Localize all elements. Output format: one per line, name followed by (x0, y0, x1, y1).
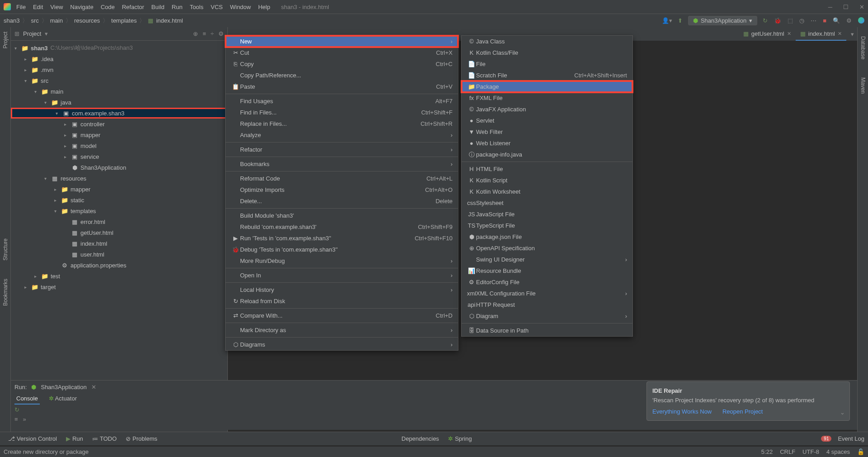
menu-item[interactable]: ⬡Diagrams› (226, 339, 458, 350)
tree-node[interactable]: ▾📁java (11, 97, 227, 108)
menu-item[interactable]: Rebuild 'com.example.shan3'Ctrl+Shift+F9 (226, 221, 458, 233)
tree-node[interactable]: ▦user.html (11, 249, 227, 260)
menu-item[interactable]: Optimize ImportsCtrl+Alt+O (226, 184, 458, 195)
menu-view[interactable]: View (50, 4, 63, 10)
tool-maven[interactable]: Maven (860, 77, 866, 94)
menu-code[interactable]: Code (101, 4, 115, 10)
menu-refactor[interactable]: Refactor (122, 4, 144, 10)
problems-button[interactable]: ⊘Problems (121, 435, 162, 442)
spring-button[interactable]: ✲Spring (443, 435, 476, 442)
tree-node[interactable]: ▸📁.idea (11, 53, 227, 64)
menu-item[interactable]: ⇄Compare With...Ctrl+D (226, 310, 458, 321)
tool-structure[interactable]: Structure (2, 238, 9, 261)
menu-item[interactable]: ▼Web Filter (462, 126, 632, 138)
actuator-tab[interactable]: ✲ Actuator (47, 393, 79, 405)
tool-project[interactable]: Project (2, 32, 9, 48)
menu-item[interactable]: Local History› (226, 284, 458, 295)
menu-item[interactable]: ©JavaFX Application (462, 104, 632, 115)
tree-node[interactable]: ▸📁mapper (11, 184, 227, 195)
tool-database[interactable]: Database (860, 36, 866, 59)
locate-icon[interactable]: ⊕ (193, 30, 198, 37)
menu-item[interactable]: Delete...Delete (226, 195, 458, 207)
menu-item[interactable]: xmlXML Configuration File› (462, 288, 632, 299)
tree-node[interactable]: ▸▣service (11, 151, 227, 162)
menu-item[interactable]: 🐞Debug 'Tests in 'com.example.shan3'' (226, 244, 458, 255)
menu-item[interactable]: Copy Path/Reference... (226, 70, 458, 81)
run-button[interactable]: ▶Run (61, 435, 88, 442)
menu-window[interactable]: Window (230, 4, 251, 10)
tree-node[interactable]: ⚙application.properties (11, 260, 227, 271)
menu-item[interactable]: Mark Directory as› (226, 324, 458, 336)
menu-item[interactable]: Bookmarks› (226, 158, 458, 170)
menu-item[interactable]: JSJavaScript File (462, 209, 632, 220)
breadcrumb-item[interactable]: resources (74, 17, 100, 24)
menu-item[interactable]: ⚙EditorConfig File (462, 276, 632, 288)
menu-item[interactable]: fxFXML File (462, 92, 632, 104)
menu-item[interactable]: ⓘpackage-info.java (462, 149, 632, 160)
menu-item[interactable]: TSTypeScript File (462, 220, 632, 231)
lock-icon[interactable]: 🔓 (857, 448, 864, 455)
run-config-selector[interactable]: ⬢ Shan3Application ▾ (688, 16, 757, 25)
menu-item[interactable]: Analyze› (226, 129, 458, 141)
menu-item[interactable]: ●Servlet (462, 115, 632, 126)
menu-item[interactable]: Open In› (226, 270, 458, 281)
tree-node[interactable]: ▸📁target (11, 281, 227, 292)
breadcrumb-item[interactable]: shan3 (4, 17, 19, 24)
menu-navigate[interactable]: Navigate (70, 4, 93, 10)
menu-item[interactable]: 📊Resource Bundle (462, 265, 632, 276)
menu-item[interactable]: New› (226, 36, 458, 47)
menu-item[interactable]: Replace in Files...Ctrl+Shift+R (226, 118, 458, 129)
menu-item[interactable]: ↻Reload from Disk (226, 295, 458, 307)
tree-node[interactable]: ▾📁src (11, 75, 227, 86)
encoding[interactable]: UTF-8 (802, 448, 819, 455)
version-control-button[interactable]: ⎇Version Control (4, 435, 61, 442)
rerun-icon[interactable]: ↻ (14, 406, 19, 413)
menu-item[interactable]: More Run/Debug› (226, 255, 458, 267)
collapse-icon[interactable]: ÷ (211, 30, 214, 37)
event-log-button[interactable]: Event Log (838, 435, 864, 442)
chevron-down-icon[interactable]: ⌄ (840, 409, 845, 416)
console-tab[interactable]: Console (14, 393, 40, 405)
menu-item[interactable]: ✂CutCtrl+X (226, 47, 458, 58)
breadcrumb-item[interactable]: main (50, 17, 63, 24)
menu-item[interactable]: 📄File (462, 58, 632, 70)
tree-node[interactable]: ▸▣model (11, 140, 227, 151)
dots-icon[interactable]: ⋯ (811, 17, 816, 24)
menu-item[interactable]: ●Web Listener (462, 138, 632, 149)
line-sep[interactable]: CRLF (780, 448, 795, 455)
tab-getuser[interactable]: ▦ getUser.html ✕ (739, 27, 796, 41)
tree-node[interactable]: ▾▦resources (11, 173, 227, 184)
debug-icon[interactable]: 🐞 (774, 17, 781, 24)
menu-item[interactable]: Swing UI Designer› (462, 254, 632, 265)
menu-item[interactable]: 📄Scratch FileCtrl+Alt+Shift+Insert (462, 70, 632, 81)
minimize-icon[interactable]: ─ (828, 4, 832, 10)
menu-item[interactable]: Find UsagesAlt+F7 (226, 95, 458, 107)
close-tab-icon[interactable]: ✕ (787, 31, 791, 37)
tree-node[interactable]: ▾📁templates (11, 205, 227, 216)
expand-icon[interactable]: ≡ (203, 30, 206, 37)
profile-icon[interactable]: ◷ (799, 17, 804, 24)
everything-works-link[interactable]: Everything Works Now (652, 408, 712, 415)
todo-button[interactable]: ≔TODO (88, 435, 121, 442)
reopen-project-link[interactable]: Reopen Project (722, 408, 763, 415)
close-tab-icon[interactable]: ✕ (838, 31, 842, 37)
tree-node[interactable]: ▦index.html (11, 238, 227, 249)
breadcrumb-item[interactable]: templates (111, 17, 137, 24)
play-gradient-icon[interactable] (858, 17, 864, 24)
menu-item[interactable]: Reformat CodeCtrl+Alt+L (226, 173, 458, 184)
menu-item[interactable]: cssStylesheet (462, 197, 632, 209)
tree-node[interactable]: ▦getUser.html (11, 227, 227, 238)
indent[interactable]: 4 spaces (826, 448, 850, 455)
menu-file[interactable]: File (16, 4, 26, 10)
gear-icon[interactable]: ⚙ (846, 17, 852, 24)
menu-run[interactable]: Run (172, 4, 183, 10)
tree-node[interactable]: ▾▣com.example.shan3 (11, 108, 227, 119)
settings-icon[interactable]: ⚙ (218, 30, 224, 37)
menu-edit[interactable]: Edit (33, 4, 43, 10)
tree-node[interactable]: ▦error.html (11, 216, 227, 227)
line-col[interactable]: 5:22 (761, 448, 773, 455)
close-icon[interactable]: ✕ (859, 4, 864, 10)
build-icon[interactable]: ⬆ (678, 17, 683, 24)
menu-item[interactable]: ©Java Class (462, 36, 632, 47)
dependencies-button[interactable]: Dependencies (397, 435, 443, 442)
